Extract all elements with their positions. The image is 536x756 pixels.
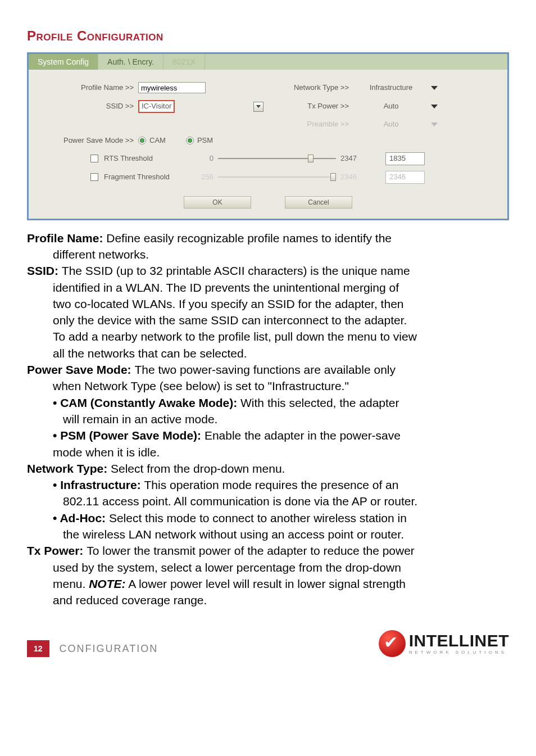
term-profile-name: Profile Name:	[27, 232, 106, 245]
frag-checkbox[interactable]	[90, 173, 98, 181]
page-title: Profile Configuration	[27, 27, 509, 44]
frag-min: 256	[191, 173, 214, 182]
footer-section: CONFIGURATION	[60, 642, 158, 655]
preamble-value: Auto	[360, 120, 422, 129]
rts-value[interactable]: 1835	[385, 152, 425, 165]
chevron-down-icon	[431, 123, 438, 126]
check-icon	[379, 630, 406, 657]
chevron-down-icon[interactable]	[431, 105, 438, 108]
tx-power-value[interactable]: Auto	[360, 102, 422, 111]
ssid-input[interactable]: IC-Visitor	[138, 100, 175, 113]
frag-value: 2346	[385, 171, 425, 184]
config-panel: System Config Auth. \ Encry. 8021X Profi…	[27, 52, 509, 220]
profile-name-label: Profile Name >>	[46, 83, 138, 93]
tab-system-config[interactable]: System Config	[29, 54, 98, 70]
slider-thumb	[330, 173, 336, 181]
rts-min: 0	[191, 154, 214, 164]
psm-radio-label: PSM	[197, 136, 213, 146]
power-save-label: Power Save Mode >>	[46, 136, 138, 146]
psm-radio[interactable]	[186, 137, 194, 144]
term-ssid: SSID:	[27, 264, 62, 277]
tx-power-label: Tx Power >>	[287, 102, 360, 111]
term-tx-power: Tx Power:	[27, 544, 87, 557]
preamble-label: Preamble >>	[287, 120, 360, 129]
cancel-button[interactable]: Cancel	[285, 196, 352, 209]
network-type-label: Network Type >>	[287, 83, 360, 93]
frag-label: Fragment Threshold	[104, 173, 191, 182]
term-network-type: Network Type:	[27, 462, 111, 475]
term-psm: Power Save Mode:	[27, 363, 134, 376]
chevron-down-icon[interactable]	[431, 86, 438, 90]
frag-slider	[218, 176, 336, 178]
page-footer: 12 CONFIGURATION INTELLINET NETWORK SOLU…	[27, 630, 509, 657]
tab-auth-encry[interactable]: Auth. \ Encry.	[98, 54, 163, 70]
rts-checkbox[interactable]	[90, 155, 98, 162]
description-text: Profile Name: Define easily recognizable…	[27, 230, 509, 608]
page-number-badge: 12	[27, 640, 49, 657]
brand-logo: INTELLINET NETWORK SOLUTIONS	[379, 630, 509, 657]
ssid-dropdown-icon[interactable]	[253, 102, 264, 112]
frag-row: Fragment Threshold 256 2346 2346	[90, 171, 490, 184]
ok-button[interactable]: OK	[184, 196, 251, 209]
logo-text: INTELLINET	[409, 632, 509, 649]
cam-radio-label: CAM	[149, 136, 166, 146]
network-type-value[interactable]: Infrastructure	[360, 83, 422, 93]
cam-radio[interactable]	[138, 137, 146, 144]
rts-row: RTS Threshold 0 2347 1835	[90, 152, 490, 165]
rts-max: 2347	[340, 154, 369, 164]
logo-subtext: NETWORK SOLUTIONS	[409, 650, 509, 655]
tab-bar: System Config Auth. \ Encry. 8021X	[29, 54, 507, 70]
profile-name-input[interactable]	[138, 82, 206, 93]
rts-slider[interactable]	[218, 158, 336, 159]
tab-8021x: 8021X	[163, 54, 205, 70]
slider-thumb[interactable]	[308, 155, 314, 162]
ssid-label: SSID >>	[46, 102, 138, 111]
rts-label: RTS Threshold	[104, 154, 191, 164]
frag-max: 2346	[340, 173, 369, 182]
